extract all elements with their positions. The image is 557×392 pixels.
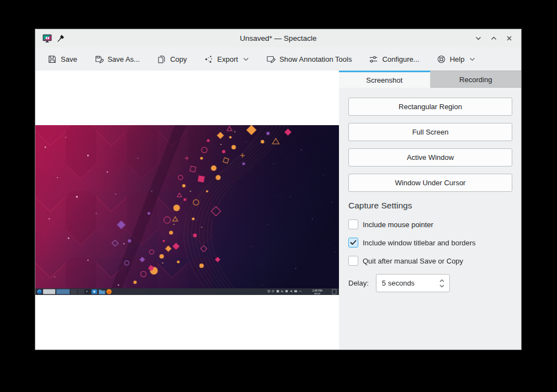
help-label: Help [450,55,465,63]
include-titlebar-label: Include window titlebar and borders [363,239,476,247]
include-mouse-pointer-label: Include mouse pointer [363,221,433,229]
chevron-up-icon[interactable] [439,279,444,282]
save-as-label: Save As... [108,55,140,63]
configure-icon [369,55,378,64]
close-button[interactable] [505,34,514,43]
tab-screenshot-label: Screenshot [366,76,402,84]
save-icon [47,55,57,64]
titlebar: Unsaved* — Spectacle [35,29,521,47]
save-as-icon [94,55,104,64]
window-controls [474,34,514,43]
launcher-icon [37,289,42,294]
annotation-icon [266,55,275,64]
copy-button[interactable]: Copy [157,55,187,64]
quit-after-save-label: Quit after manual Save or Copy [363,257,463,265]
window-title: Unsaved* — Spectacle [35,34,521,42]
preview-area: 2:45 PM 8/1/23 [35,71,339,350]
help-icon [437,55,446,64]
pin-icon[interactable] [57,34,65,42]
save-as-button[interactable]: Save As... [94,55,140,64]
toolbar: Save Save As... Copy Export [35,47,521,71]
include-titlebar-checkbox[interactable] [348,238,358,248]
check-icon [350,240,357,245]
clock-date: 8/1/23 [314,292,320,295]
configure-label: Configure... [382,55,419,63]
show-annotation-tools-button[interactable]: Show Annotation Tools [266,55,352,64]
chevron-down-icon[interactable] [439,284,444,288]
tab-recording-label: Recording [459,76,492,84]
spectacle-window: Unsaved* — Spectacle Save Sav [35,29,522,350]
minimize-button[interactable] [474,34,483,43]
spectacle-app-icon [43,34,52,43]
export-label: Export [218,55,238,63]
delay-row: Delay: 5 seconds [348,274,512,292]
capture-settings-heading: Capture Settings [348,201,512,211]
preview-screenshot: 2:45 PM 8/1/23 [35,125,339,295]
include-titlebar-row[interactable]: Include window titlebar and borders [348,238,512,248]
delay-label: Delay: [348,279,369,287]
desktop-background: { "window": { "title": "Unsaved* — Spect… [0,0,557,392]
export-icon [204,55,214,64]
copy-icon [157,55,166,64]
save-label: Save [61,55,77,63]
delay-value: 5 seconds [382,279,415,287]
tab-screenshot[interactable]: Screenshot [339,71,431,88]
quit-after-save-row[interactable]: Quit after manual Save or Copy [348,256,512,266]
main-content: 2:45 PM 8/1/23 Screenshot Recording [35,71,521,350]
taskbar: 2:45 PM 8/1/23 [35,288,339,295]
show-annotation-tools-label: Show Annotation Tools [279,55,352,63]
chevron-down-icon [475,35,482,42]
maximize-button[interactable] [489,34,498,43]
full-screen-button[interactable]: Full Screen [348,123,512,141]
panel-body: Rectangular Region Full Screen Active Wi… [339,88,521,292]
wallpaper: 2:45 PM 8/1/23 [35,125,339,295]
chevron-up-icon [490,35,497,42]
active-window-button[interactable]: Active Window [348,148,512,167]
tab-bar: Screenshot Recording [339,71,521,88]
export-button[interactable]: Export [204,55,250,64]
configure-button[interactable]: Configure... [369,55,419,64]
close-icon [506,35,513,42]
rectangular-region-button[interactable]: Rectangular Region [348,98,512,116]
tab-recording[interactable]: Recording [431,71,522,88]
copy-label: Copy [170,55,187,63]
save-button[interactable]: Save [47,55,77,64]
help-button[interactable]: Help [437,55,476,64]
chevron-down-icon [243,57,249,61]
include-mouse-pointer-checkbox[interactable] [348,219,358,229]
spin-arrows [439,279,444,288]
quit-after-save-checkbox[interactable] [348,256,358,266]
delay-spinbox[interactable]: 5 seconds [376,274,450,292]
include-mouse-pointer-row[interactable]: Include mouse pointer [348,219,512,229]
chevron-down-icon [469,57,475,61]
side-panel: Screenshot Recording Rectangular Region … [339,71,521,350]
window-under-cursor-button[interactable]: Window Under Cursor [348,174,512,192]
